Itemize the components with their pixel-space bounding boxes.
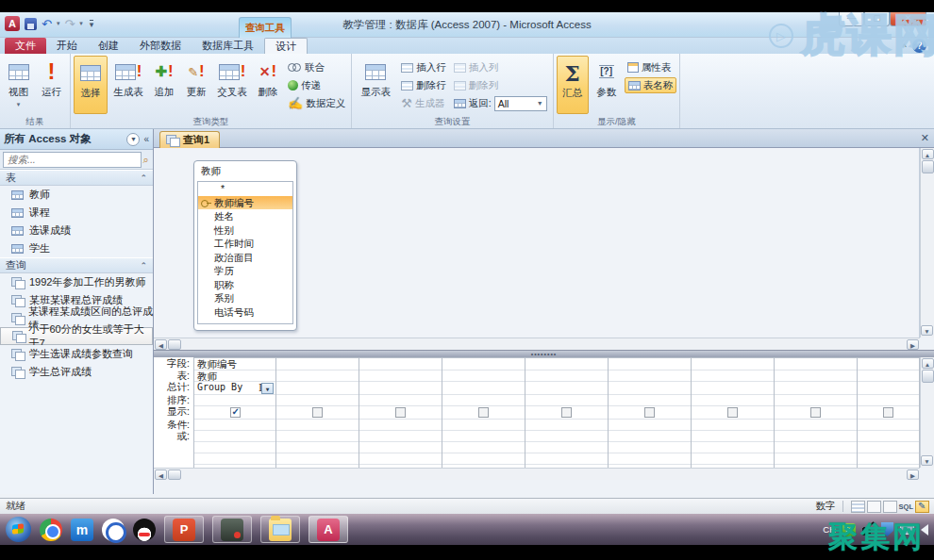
field-row[interactable]: 职称: [198, 278, 292, 292]
grid-total-cell[interactable]: Group By I ▼: [194, 382, 275, 395]
minimize-button[interactable]: —: [839, 12, 864, 26]
scroll-left-icon[interactable]: ◀: [155, 339, 167, 350]
field-row-star[interactable]: *: [198, 182, 292, 196]
show-checkbox[interactable]: [810, 407, 821, 418]
nav-item-query-5[interactable]: 学生总评成绩: [0, 363, 153, 381]
append-button[interactable]: ✚! 追加: [149, 56, 179, 114]
close-document-icon[interactable]: ✕: [921, 132, 929, 144]
show-checkbox[interactable]: [478, 407, 489, 418]
search-icon[interactable]: ⌕: [142, 154, 150, 166]
grid-field-cell[interactable]: 教师编号: [194, 358, 275, 371]
datasheet-view-icon[interactable]: [851, 501, 865, 513]
insert-rows-button[interactable]: 插入行: [398, 59, 449, 75]
access-taskbar-button-active[interactable]: A: [309, 516, 348, 543]
field-row[interactable]: 电话号码: [198, 305, 292, 320]
powerpoint-taskbar-button[interactable]: P: [164, 516, 204, 543]
close-button[interactable]: ✕: [890, 12, 926, 26]
nav-collapse-icon[interactable]: «: [143, 134, 149, 144]
sogou-ime-icon[interactable]: S: [842, 523, 856, 536]
tab-file[interactable]: 文件: [5, 38, 46, 54]
union-button[interactable]: 联合: [285, 59, 348, 75]
scroll-down-icon[interactable]: ▼: [921, 325, 933, 336]
maximize-button[interactable]: ▢: [864, 12, 890, 26]
maxthon-browser-icon[interactable]: m: [71, 519, 93, 541]
show-checkbox[interactable]: [727, 407, 738, 418]
start-button-icon[interactable]: [6, 517, 31, 542]
grid-table-cell[interactable]: 教师: [194, 371, 275, 382]
chrome-icon[interactable]: [40, 519, 62, 541]
security-shield-icon[interactable]: [881, 522, 893, 536]
nav-item-query-4[interactable]: 学生选课成绩参数查询: [0, 345, 153, 363]
capture-taskbar-button[interactable]: [212, 516, 252, 543]
sql-view-icon[interactable]: SQL: [899, 501, 913, 513]
qq-icon[interactable]: [133, 519, 156, 541]
show-checkbox[interactable]: [395, 407, 406, 418]
upper-vertical-scrollbar[interactable]: ▲ ▼: [920, 148, 934, 338]
run-button[interactable]: ! 运行: [36, 56, 67, 114]
nav-item-table-xuankechengji[interactable]: 选课成绩: [0, 222, 153, 239]
scroll-right-icon[interactable]: ▶: [907, 339, 919, 350]
field-list-jiaoshi[interactable]: 教师 * 教师编号 姓名 性别 工作时间 政治面目 学历: [193, 160, 297, 331]
grid-sort-cell[interactable]: [194, 395, 275, 406]
upper-horizontal-scrollbar[interactable]: ◀ ▶: [154, 338, 920, 350]
show-table-button[interactable]: 显示表: [355, 56, 396, 114]
grid-show-cell[interactable]: [194, 406, 275, 420]
help-icon[interactable]: ?: [912, 39, 926, 53]
pass-through-button[interactable]: 传递: [285, 77, 348, 93]
nav-item-table-kecheng[interactable]: 课程: [0, 204, 153, 222]
browser-ring-icon[interactable]: [102, 519, 125, 541]
grid-criteria-cell[interactable]: [194, 420, 275, 431]
crosstab-button[interactable]: ! 交叉表: [213, 56, 251, 114]
search-input[interactable]: [3, 152, 142, 168]
pane-splitter[interactable]: ••••••••: [154, 350, 934, 357]
data-definition-button[interactable]: ✍ 数据定义: [285, 95, 348, 111]
scroll-down-icon[interactable]: ▼: [921, 455, 933, 466]
field-row[interactable]: 政治面目: [198, 251, 292, 265]
tray-tool-icon[interactable]: [862, 523, 875, 535]
update-button[interactable]: ✎! 更新: [181, 56, 211, 114]
delete-query-button[interactable]: ✕! 删除: [253, 56, 283, 114]
totals-button[interactable]: Σ 汇总: [557, 56, 589, 114]
field-row-primary-key[interactable]: 教师编号: [198, 196, 292, 210]
property-sheet-button[interactable]: 属性表: [625, 59, 677, 75]
select-query-button[interactable]: 选择: [74, 56, 108, 114]
parameters-button[interactable]: [?] 参数: [591, 56, 623, 114]
view-button[interactable]: 视图 ▾: [3, 56, 34, 114]
nav-item-table-xuesheng[interactable]: 学生: [0, 239, 153, 257]
delete-rows-button[interactable]: 删除行: [398, 77, 449, 93]
field-row[interactable]: 性别: [198, 223, 292, 238]
design-view-icon-active[interactable]: [915, 501, 929, 513]
show-checkbox-checked[interactable]: [230, 407, 241, 418]
tab-external-data[interactable]: 外部数据: [129, 38, 192, 54]
grid-horizontal-scrollbar[interactable]: ◀ ▶: [154, 468, 920, 480]
tab-query1[interactable]: 查询1: [159, 131, 220, 148]
nav-item-query-3-selected[interactable]: 小于60分的女生或等于大于7...: [0, 327, 153, 345]
pivottable-view-icon[interactable]: [867, 501, 881, 513]
show-checkbox[interactable]: [312, 407, 323, 418]
nav-section-tables[interactable]: 表 ⌃: [0, 170, 153, 186]
nav-item-table-jiaoshi[interactable]: 教师: [0, 186, 153, 204]
collapse-ribbon-icon[interactable]: ˄: [902, 41, 907, 50]
field-row[interactable]: 工作时间: [198, 237, 292, 251]
field-row[interactable]: 姓名: [198, 209, 292, 223]
pivotchart-view-icon[interactable]: [883, 501, 897, 513]
make-table-button[interactable]: ! 生成表: [109, 56, 147, 114]
nav-item-query-0[interactable]: 1992年参加工作的男教师: [0, 273, 153, 291]
language-indicator[interactable]: CH: [823, 524, 836, 535]
nav-pane-header[interactable]: 所有 Access 对象 ▼ «: [0, 129, 153, 150]
grid-or-cell[interactable]: [194, 431, 275, 442]
explorer-taskbar-button[interactable]: [260, 516, 300, 543]
scroll-up-icon[interactable]: ▲: [922, 149, 934, 159]
scroll-up-icon[interactable]: ▲: [922, 358, 934, 369]
tables-collapse-icon[interactable]: ⌃: [140, 173, 147, 183]
show-checkbox[interactable]: [883, 407, 893, 418]
return-select[interactable]: All▼: [494, 96, 547, 111]
scroll-left-icon[interactable]: ◀: [155, 469, 167, 480]
queries-collapse-icon[interactable]: ⌃: [140, 261, 147, 271]
table-names-button[interactable]: 表名称: [625, 77, 677, 93]
field-row[interactable]: 学历: [198, 264, 292, 278]
tab-create[interactable]: 创建: [88, 38, 129, 54]
show-checkbox[interactable]: [644, 407, 655, 418]
volume-icon[interactable]: [921, 524, 928, 535]
network-icon[interactable]: [900, 524, 914, 535]
